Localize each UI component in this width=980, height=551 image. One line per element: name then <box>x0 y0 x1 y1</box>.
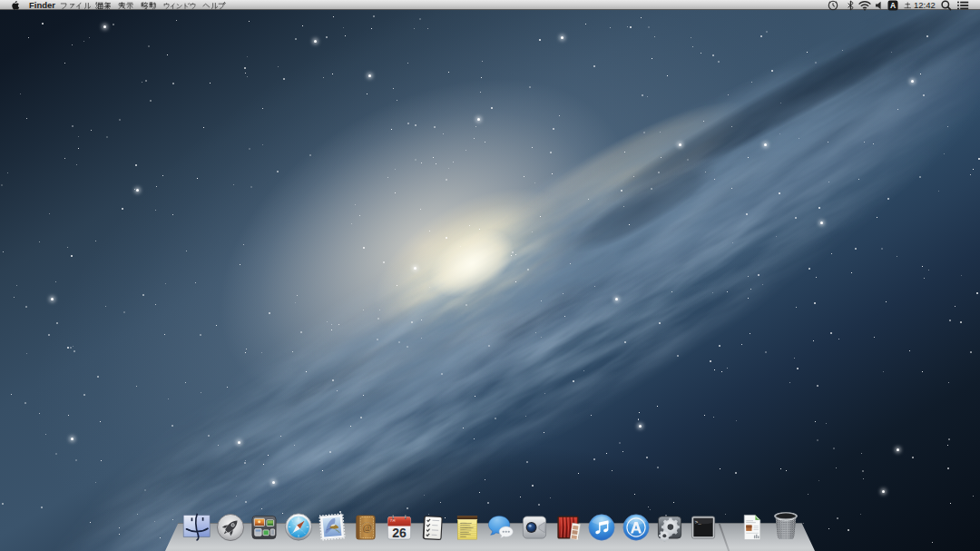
svg-text:>_: >_ <box>695 519 701 526</box>
svg-text:26: 26 <box>392 545 407 551</box>
svg-text:@: @ <box>363 523 372 533</box>
svg-text:26: 26 <box>392 526 407 540</box>
svg-text:A: A <box>890 1 896 10</box>
